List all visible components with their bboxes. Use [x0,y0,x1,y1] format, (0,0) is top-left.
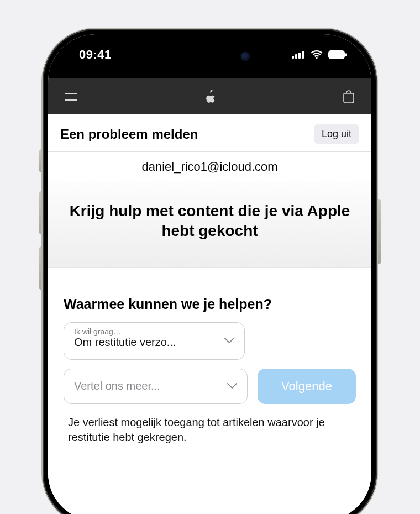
battery-icon [328,50,347,59]
svg-rect-3 [302,51,304,59]
account-email: daniel_rico1@icloud.com [48,152,371,181]
hamburger-icon [65,93,77,101]
phone-frame: 09:41 Een pr [43,29,377,514]
svg-rect-4 [328,50,345,59]
page-header-row: Een probleem melden Log uit [48,114,371,151]
svg-rect-2 [298,53,301,59]
side-button-power [376,199,381,264]
wifi-icon [311,50,323,59]
bag-icon [343,90,354,103]
hero-heading: Krijg hulp met content die je via Apple … [65,201,355,242]
svg-rect-1 [295,54,297,59]
detail-placeholder: Vertel ons meer... [74,380,160,392]
help-form: Waarmee kunnen we je helpen? Ik wil graa… [48,268,371,456]
apple-logo-icon [204,90,216,104]
request-type-label: Ik wil graag… [74,327,213,336]
page-title: Een probleem melden [60,127,198,142]
form-prompt: Waarmee kunnen we je helpen? [64,296,356,312]
status-time: 09:41 [79,48,112,62]
menu-button[interactable] [62,93,79,101]
next-button[interactable]: Volgende [258,369,356,404]
svg-rect-0 [292,56,294,59]
cellular-icon [292,51,305,59]
logout-button[interactable]: Log uit [314,124,359,144]
phone-mock-stage: 09:41 Een pr [0,0,420,514]
front-camera-icon [241,52,250,61]
dynamic-island [161,44,259,69]
form-row-2: Vertel ons meer... Volgende [64,369,356,404]
refund-note: Je verliest mogelijk toegang tot artikel… [64,415,356,445]
chevron-down-icon [227,381,237,391]
hero-banner: Krijg hulp met content die je via Apple … [48,181,371,268]
detail-select[interactable]: Vertel ons meer... [64,369,248,404]
svg-rect-5 [345,53,347,56]
phone-screen: 09:41 Een pr [48,34,371,514]
top-nav [48,78,371,114]
bag-button[interactable] [340,90,357,103]
request-type-select[interactable]: Ik wil graag… Om restitutie verzo... [64,322,245,360]
apple-logo[interactable] [203,88,217,105]
request-type-value: Om restitutie verzo... [74,336,213,349]
status-icons [292,50,347,59]
page-content: Een probleem melden Log uit daniel_rico1… [48,114,371,514]
chevron-down-icon [224,336,234,346]
